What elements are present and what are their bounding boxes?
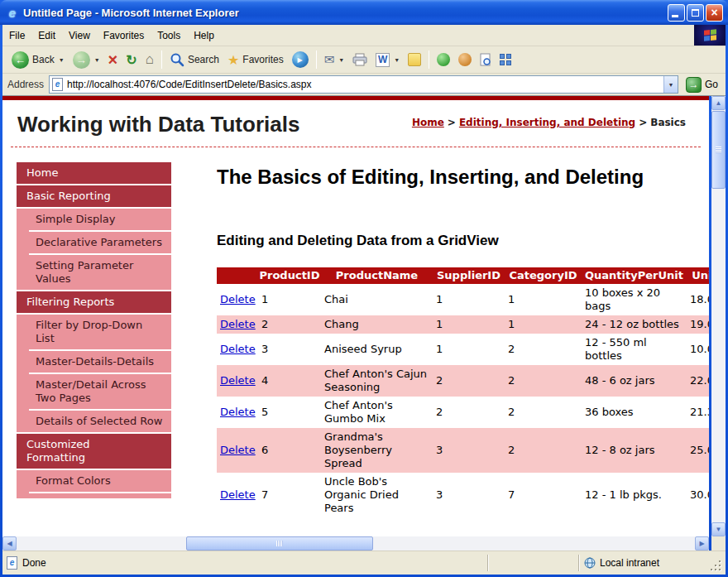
menu-view[interactable]: View (62, 26, 97, 46)
status-page-icon: e (7, 556, 17, 570)
go-button[interactable]: → Go (683, 77, 721, 93)
sidebar-item-clipped[interactable] (29, 493, 171, 498)
delete-link[interactable]: Delete (220, 374, 256, 387)
cell-unitprice: 10.0 (687, 334, 709, 365)
ie-app-icon[interactable]: e (5, 5, 20, 20)
resize-grip[interactable] (709, 557, 722, 572)
go-label: Go (705, 79, 718, 90)
address-dropdown-button[interactable]: ▼ (663, 76, 678, 93)
scroll-right-button[interactable]: ▶ (695, 536, 709, 551)
cell-quantityperunit: 12 - 8 oz jars (582, 428, 687, 473)
delete-link[interactable]: Delete (220, 406, 256, 418)
sidebar-item-filter-by-dropdown-list[interactable]: Filter by Drop-Down List (29, 315, 171, 351)
cell-unitprice: 21.3 (687, 397, 709, 428)
menu-favorites[interactable]: Favorites (97, 26, 151, 46)
sidebar-item-declarative-parameters[interactable]: Declarative Parameters (29, 232, 171, 255)
home-icon: ⌂ (146, 51, 154, 68)
refresh-button[interactable]: ↻ (122, 50, 141, 70)
page-viewport: Working with Data Tutorials Home>Editing… (2, 96, 709, 536)
addon-button[interactable] (454, 50, 476, 69)
menu-tools[interactable]: Tools (151, 26, 187, 46)
table-row: Delete 3 Aniseed Syrup 1 2 12 - 550 ml b… (217, 334, 709, 365)
grid-header-row: ProductID ProductName SupplierID Categor… (217, 267, 709, 284)
cell-productname: Aniseed Syrup (321, 334, 433, 365)
cell-productid: 2 (258, 315, 321, 334)
vertical-scrollbar[interactable]: ▲ ▼ (711, 96, 726, 536)
menu-edit[interactable]: Edit (31, 26, 62, 46)
forward-button[interactable]: → ▼ (69, 49, 104, 71)
cell-productid: 7 (258, 473, 321, 517)
delete-link[interactable]: Delete (220, 444, 256, 456)
intranet-zone-icon (584, 557, 596, 569)
minimize-icon (672, 15, 678, 17)
cell-productid: 4 (258, 365, 321, 397)
cell-unitprice: 30.0 (687, 473, 709, 517)
cell-unitprice: 18.0 (687, 284, 709, 315)
cell-supplierid: 1 (433, 315, 505, 334)
sidebar-item-home[interactable]: Home (17, 162, 171, 184)
sidebar-item-setting-parameter-values[interactable]: Setting Parameter Values (29, 255, 171, 290)
cell-categoryid: 2 (505, 397, 582, 428)
delete-link[interactable]: Delete (220, 293, 256, 305)
grid-header-unitprice: UnitPrice (687, 267, 709, 284)
grid-header-productid: ProductID (258, 267, 321, 284)
close-button[interactable]: × (706, 4, 723, 22)
cell-productname: Chef Anton's Gumbo Mix (321, 397, 433, 428)
scroll-left-button[interactable]: ◀ (2, 536, 17, 551)
mail-button[interactable]: ✉▼ (320, 50, 349, 70)
back-button[interactable]: ← Back ▼ (7, 49, 69, 71)
table-row: Delete 7 Uncle Bob's Organic Dried Pears… (217, 473, 709, 517)
address-url: http://localhost:4076/Code/EditInsertDel… (67, 79, 663, 90)
toolbar-separator (316, 50, 317, 69)
sidebar-item-basic-reporting[interactable]: Basic Reporting (17, 185, 171, 207)
minimize-button[interactable] (668, 4, 685, 22)
cell-supplierid: 1 (433, 284, 505, 315)
breadcrumb-section-link[interactable]: Editing, Inserting, and Deleting (459, 117, 635, 128)
cell-productid: 6 (258, 428, 321, 473)
quick-grid-button[interactable] (496, 51, 515, 68)
sidebar-item-details-of-selected-row[interactable]: Details of Selected Row (29, 411, 171, 432)
favorites-button[interactable]: ★ Favorites (223, 50, 288, 70)
status-empty-pane (487, 555, 578, 571)
address-input[interactable]: e http://localhost:4076/Code/EditInsertD… (49, 75, 678, 94)
maximize-button[interactable] (687, 4, 704, 22)
home-button[interactable]: ⌂ (141, 49, 158, 70)
cell-supplierid: 3 (433, 473, 505, 517)
sidebar-group-basic-reporting: Simple Display Declarative Parameters Se… (17, 209, 171, 290)
grid-header-supplierid: SupplierID (433, 267, 505, 284)
delete-link[interactable]: Delete (220, 318, 256, 330)
section-heading: Editing and Deleting Data from a GridVie… (217, 233, 709, 249)
cell-categoryid: 7 (505, 473, 582, 517)
stop-button[interactable]: × (104, 50, 122, 70)
menu-file[interactable]: File (2, 26, 31, 46)
cell-categoryid: 1 (505, 284, 582, 315)
sidebar-item-format-colors[interactable]: Format Colors (29, 470, 171, 493)
sidebar-item-master-details-details[interactable]: Master-Details-Details (29, 351, 171, 374)
discuss-button[interactable] (404, 50, 425, 69)
horizontal-scrollbar[interactable]: ◀ ▶ (2, 536, 709, 551)
research-button[interactable] (476, 50, 496, 70)
search-button[interactable]: Search (165, 50, 223, 70)
media-button[interactable]: ▶ (288, 49, 313, 70)
scroll-up-button[interactable]: ▲ (711, 96, 726, 110)
delete-link[interactable]: Delete (220, 488, 256, 501)
sidebar-item-simple-display[interactable]: Simple Display (29, 209, 171, 232)
breadcrumb-home-link[interactable]: Home (412, 117, 444, 128)
addon-orange-icon (458, 53, 472, 66)
vertical-scroll-thumb[interactable] (711, 111, 726, 189)
delete-link[interactable]: Delete (220, 343, 256, 355)
sidebar-item-customized-formatting[interactable]: Customized Formatting (17, 434, 171, 469)
titlebar: e Untitled Page - Microsoft Internet Exp… (0, 0, 728, 25)
print-button[interactable] (348, 50, 371, 69)
forward-icon: → (73, 51, 90, 69)
horizontal-scroll-thumb[interactable] (186, 536, 373, 551)
messenger-button[interactable] (433, 50, 454, 69)
cell-supplierid: 2 (433, 397, 505, 428)
cell-quantityperunit: 12 - 550 ml bottles (582, 334, 687, 365)
edit-button[interactable]: W▼ (371, 50, 404, 70)
breadcrumb-separator: > (448, 117, 456, 128)
sidebar-item-filtering-reports[interactable]: Filtering Reports (17, 291, 171, 313)
sidebar-item-master-detail-two-pages[interactable]: Master/Detail Across Two Pages (29, 374, 171, 411)
scroll-down-button[interactable]: ▼ (711, 522, 726, 536)
menu-help[interactable]: Help (187, 26, 221, 46)
